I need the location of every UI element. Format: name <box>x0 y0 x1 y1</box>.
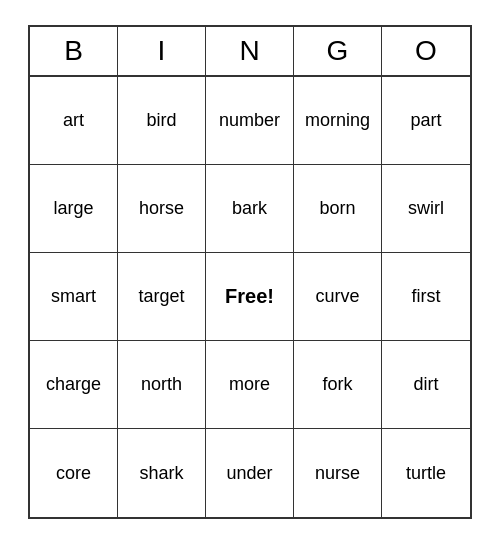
header-cell: B <box>30 27 118 77</box>
bingo-cell-0-4[interactable]: part <box>382 77 470 165</box>
bingo-cell-1-3[interactable]: born <box>294 165 382 253</box>
bingo-cell-2-3[interactable]: curve <box>294 253 382 341</box>
bingo-cell-1-4[interactable]: swirl <box>382 165 470 253</box>
header-cell: O <box>382 27 470 77</box>
bingo-cell-4-1[interactable]: shark <box>118 429 206 517</box>
bingo-cell-3-0[interactable]: charge <box>30 341 118 429</box>
bingo-cell-0-2[interactable]: number <box>206 77 294 165</box>
bingo-cell-4-3[interactable]: nurse <box>294 429 382 517</box>
bingo-header: BINGO <box>30 27 470 77</box>
bingo-cell-3-1[interactable]: north <box>118 341 206 429</box>
bingo-cell-4-4[interactable]: turtle <box>382 429 470 517</box>
bingo-cell-4-0[interactable]: core <box>30 429 118 517</box>
bingo-cell-3-3[interactable]: fork <box>294 341 382 429</box>
bingo-cell-1-1[interactable]: horse <box>118 165 206 253</box>
bingo-cell-0-1[interactable]: bird <box>118 77 206 165</box>
bingo-cell-2-1[interactable]: target <box>118 253 206 341</box>
bingo-grid: artbirdnumbermorningpartlargehorsebarkbo… <box>30 77 470 517</box>
bingo-cell-1-2[interactable]: bark <box>206 165 294 253</box>
bingo-cell-1-0[interactable]: large <box>30 165 118 253</box>
bingo-card: BINGO artbirdnumbermorningpartlargehorse… <box>28 25 472 519</box>
bingo-cell-3-4[interactable]: dirt <box>382 341 470 429</box>
bingo-cell-2-4[interactable]: first <box>382 253 470 341</box>
bingo-cell-3-2[interactable]: more <box>206 341 294 429</box>
bingo-cell-0-3[interactable]: morning <box>294 77 382 165</box>
header-cell: G <box>294 27 382 77</box>
bingo-cell-2-2[interactable]: Free! <box>206 253 294 341</box>
bingo-cell-2-0[interactable]: smart <box>30 253 118 341</box>
header-cell: N <box>206 27 294 77</box>
bingo-cell-4-2[interactable]: under <box>206 429 294 517</box>
bingo-cell-0-0[interactable]: art <box>30 77 118 165</box>
header-cell: I <box>118 27 206 77</box>
